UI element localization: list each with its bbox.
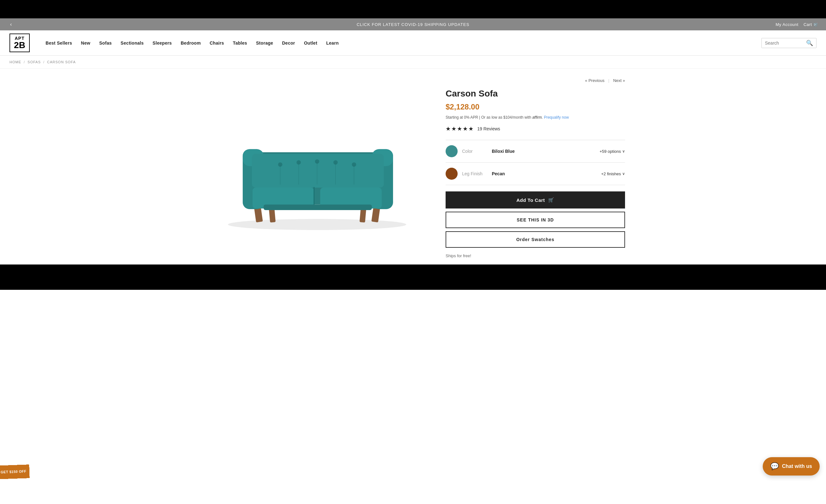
- breadcrumb-home[interactable]: HOME: [9, 60, 21, 64]
- add-to-cart-label: Add To Cart: [517, 197, 545, 203]
- search-input[interactable]: [765, 41, 806, 46]
- see-3d-label: SEE THIS IN 3D: [517, 217, 554, 223]
- leg-label: Leg Finish: [462, 171, 487, 176]
- color-swatch[interactable]: [446, 145, 458, 157]
- announcement-right: My Account Cart 🛒: [776, 22, 818, 27]
- ships-free-text: Ships for free!: [446, 252, 625, 258]
- review-count[interactable]: 19 Reviews: [477, 126, 500, 131]
- color-value: Biloxi Blue: [492, 149, 515, 154]
- add-to-cart-icon: 🛒: [548, 197, 554, 203]
- main-nav: Best SellersNewSofasSectionalsSleepersBe…: [41, 41, 755, 46]
- breadcrumb-sep-1: /: [24, 60, 25, 64]
- color-chevron-icon: ∨: [622, 149, 625, 153]
- breadcrumb-sofas[interactable]: SOFAS: [27, 60, 41, 64]
- color-options-more[interactable]: +59 options ∨: [599, 149, 625, 154]
- leg-swatch[interactable]: [446, 168, 458, 180]
- header: APT 2B Best SellersNewSofasSectionalsSle…: [0, 30, 826, 56]
- color-options-count: +59 options: [599, 149, 621, 154]
- prev-announcement-arrow[interactable]: ‹: [10, 21, 12, 27]
- order-swatches-button[interactable]: Order Swatches: [446, 231, 625, 248]
- add-to-cart-button[interactable]: Add To Cart 🛒: [446, 191, 625, 208]
- nav-item-outlet[interactable]: Outlet: [299, 41, 321, 46]
- svg-point-0: [228, 219, 406, 230]
- product-price: $2,128.00: [446, 103, 625, 111]
- cart-link[interactable]: Cart 🛒: [804, 22, 818, 27]
- sofa-svg: [210, 102, 425, 231]
- top-black-bar: [0, 0, 826, 18]
- leg-options-count: +2 finishes: [601, 172, 621, 176]
- affirm-description: Starting at 0% APR | Or as low as $104/m…: [446, 115, 531, 120]
- cart-icon: 🛒: [813, 22, 819, 27]
- breadcrumb-current: CARSON SOFA: [47, 60, 76, 64]
- product-details: « Previous | Next » Carson Sofa $2,128.0…: [446, 75, 625, 258]
- leg-option-row: Leg Finish Pecan +2 finishes ∨: [446, 162, 625, 185]
- prev-next-sep: |: [608, 78, 609, 83]
- cart-label: Cart: [804, 22, 812, 27]
- main-content: « Previous | Next » Carson Sofa $2,128.0…: [191, 69, 635, 264]
- my-account-link[interactable]: My Account: [776, 22, 799, 27]
- breadcrumb: HOME / SOFAS / CARSON SOFA: [0, 56, 826, 69]
- color-label: Color: [462, 149, 487, 154]
- svg-rect-24: [263, 204, 371, 210]
- search-wrapper: 🔍: [761, 38, 817, 48]
- color-option-row: Color Biloxi Blue +59 options ∨: [446, 140, 625, 162]
- leg-value: Pecan: [492, 171, 505, 176]
- nav-item-sectionals[interactable]: Sectionals: [116, 41, 148, 46]
- prev-next-nav: « Previous | Next »: [446, 78, 625, 83]
- announcement-bar: ‹ CLICK FOR LATEST COVID-19 SHIPPING UPD…: [0, 18, 826, 30]
- nav-item-tables[interactable]: Tables: [229, 41, 252, 46]
- announcement-text[interactable]: CLICK FOR LATEST COVID-19 SHIPPING UPDAT…: [16, 22, 810, 27]
- leg-options-more[interactable]: +2 finishes ∨: [601, 172, 625, 176]
- reviews-row: ★★★★★ 19 Reviews: [446, 125, 625, 132]
- nav-item-learn[interactable]: Learn: [322, 41, 343, 46]
- nav-item-sofas[interactable]: Sofas: [95, 41, 116, 46]
- sofa-image[interactable]: [210, 102, 425, 232]
- nav-item-chairs[interactable]: Chairs: [205, 41, 228, 46]
- nav-item-sleepers[interactable]: Sleepers: [148, 41, 176, 46]
- product-title: Carson Sofa: [446, 88, 625, 99]
- nav-item-decor[interactable]: Decor: [278, 41, 299, 46]
- prev-product-link[interactable]: « Previous: [585, 78, 604, 83]
- logo[interactable]: APT 2B: [9, 34, 30, 52]
- nav-item-storage[interactable]: Storage: [252, 41, 278, 46]
- svg-rect-10: [252, 154, 384, 188]
- next-product-link[interactable]: Next »: [613, 78, 625, 83]
- nav-item-best-sellers[interactable]: Best Sellers: [41, 41, 76, 46]
- logo-2b: 2B: [13, 41, 26, 50]
- product-image-area: [201, 75, 433, 258]
- swatches-label: Order Swatches: [516, 237, 554, 242]
- bottom-black-bar: [0, 264, 826, 290]
- affirm-brand: affirm.: [532, 115, 543, 120]
- nav-item-bedroom[interactable]: Bedroom: [176, 41, 205, 46]
- nav-item-new[interactable]: New: [76, 41, 95, 46]
- breadcrumb-sep-2: /: [43, 60, 45, 64]
- search-button[interactable]: 🔍: [806, 40, 813, 47]
- leg-chevron-icon: ∨: [622, 172, 625, 176]
- see-in-3d-button[interactable]: SEE THIS IN 3D: [446, 212, 625, 228]
- affirm-text: Starting at 0% APR | Or as low as $104/m…: [446, 115, 625, 120]
- affirm-prequalify-link[interactable]: Prequalify now: [544, 115, 569, 120]
- star-rating[interactable]: ★★★★★: [446, 125, 474, 132]
